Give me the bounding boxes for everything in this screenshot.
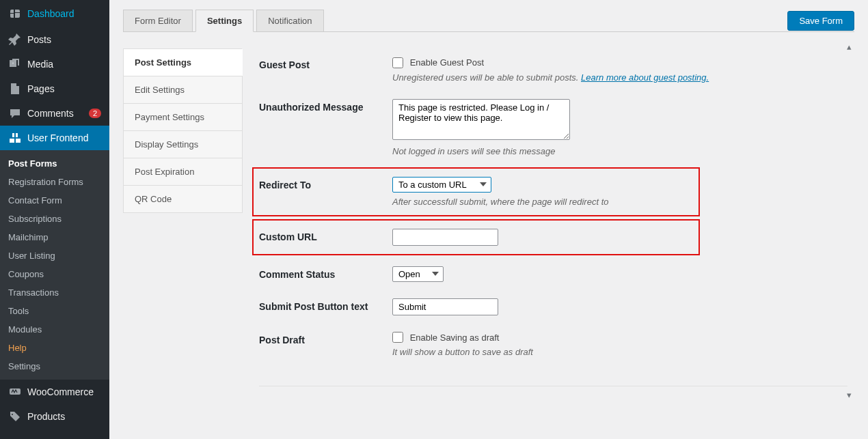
- post-draft-checkbox-label: Enable Saving as draft: [410, 332, 500, 343]
- label-unauthorized: Unauthorized Message: [259, 99, 392, 156]
- sidebar-dashboard[interactable]: Dashboard: [0, 0, 109, 27]
- row-submit-button: Submit Post Button text: [259, 290, 847, 324]
- row-post-draft: Post Draft Enable Saving as draft It wil…: [259, 324, 847, 366]
- tabs-row: Form Editor Settings Notification Save F…: [123, 0, 854, 32]
- submenu-settings[interactable]: Settings: [0, 357, 109, 376]
- field-comment-status: Open: [392, 266, 847, 282]
- dashboard-icon: [8, 7, 22, 20]
- sidebar-posts[interactable]: Posts: [0, 27, 109, 52]
- sidebar-pages-label: Pages: [27, 83, 101, 94]
- guest-post-checkbox-label: Enable Guest Post: [410, 57, 484, 68]
- sidebar-woocommerce-label: WooCommerce: [27, 386, 101, 397]
- field-redirect: To a custom URL After successfull submit…: [392, 177, 693, 207]
- tab-settings[interactable]: Settings: [195, 10, 254, 32]
- settings-subnav: Post Settings Edit Settings Payment Sett…: [123, 32, 243, 403]
- form-area: ▴ Guest Post Enable Guest Post Unregiste…: [243, 32, 854, 403]
- post-draft-checkbox[interactable]: [392, 332, 403, 343]
- media-icon: [8, 57, 22, 71]
- subnav-post-settings[interactable]: Post Settings: [123, 48, 243, 76]
- submit-button-input[interactable]: [392, 298, 498, 315]
- label-guest-post: Guest Post: [259, 57, 392, 83]
- field-submit-button: [392, 298, 847, 315]
- subnav-display-settings[interactable]: Display Settings: [123, 130, 243, 158]
- submenu-coupons[interactable]: Coupons: [0, 265, 109, 283]
- sidebar-media[interactable]: Media: [0, 52, 109, 76]
- submenu-mailchimp[interactable]: Mailchimp: [0, 228, 109, 246]
- settings-panel: Post Settings Edit Settings Payment Sett…: [123, 31, 854, 403]
- post-draft-help: It will show a button to save as draft: [392, 347, 847, 357]
- sidebar-woocommerce[interactable]: WooCommerce: [0, 380, 109, 404]
- main-content: Form Editor Settings Notification Save F…: [109, 0, 868, 439]
- row-redirect: Redirect To To a custom URL After succes…: [259, 169, 693, 215]
- page-icon: [8, 82, 22, 96]
- label-redirect: Redirect To: [259, 177, 392, 207]
- comment-icon: [8, 107, 22, 120]
- submenu-subscriptions[interactable]: Subscriptions: [0, 210, 109, 228]
- sidebar-media-label: Media: [27, 59, 101, 70]
- submenu-modules[interactable]: Modules: [0, 320, 109, 339]
- sidebar-comments[interactable]: Comments 2: [0, 101, 109, 126]
- guest-post-help: Unregistered users will be able to submi…: [392, 72, 847, 83]
- submenu-help[interactable]: Help: [0, 339, 109, 357]
- guest-post-checkbox-wrap[interactable]: Enable Guest Post: [392, 57, 484, 67]
- collapse-up-icon[interactable]: ▴: [847, 42, 852, 52]
- subnav-post-expiration[interactable]: Post Expiration: [123, 158, 243, 186]
- submenu-registration-forms[interactable]: Registration Forms: [0, 173, 109, 191]
- sidebar-submenu: Post Forms Registration Forms Contact Fo…: [0, 150, 109, 380]
- redirect-help: After successfull submit, where the page…: [392, 197, 693, 207]
- subnav-edit-settings[interactable]: Edit Settings: [123, 76, 243, 104]
- sidebar-posts-label: Posts: [27, 34, 101, 45]
- pin-icon: [8, 33, 22, 46]
- sidebar-pages[interactable]: Pages: [0, 76, 109, 101]
- row-unauthorized: Unauthorized Message This page is restri…: [259, 91, 847, 165]
- subnav-qr-code[interactable]: QR Code: [123, 185, 243, 213]
- redirect-to-select[interactable]: To a custom URL: [392, 177, 491, 193]
- sidebar-user-frontend[interactable]: User Frontend: [0, 126, 109, 150]
- comments-count-badge: 2: [89, 109, 101, 118]
- custom-url-input[interactable]: [392, 229, 498, 246]
- tab-form-editor[interactable]: Form Editor: [123, 10, 193, 32]
- unauthorized-help: Not logged in users will see this messag…: [392, 146, 847, 156]
- label-custom-url: Custom URL: [259, 229, 392, 246]
- row-custom-url: Custom URL: [259, 221, 693, 254]
- subnav-payment-settings[interactable]: Payment Settings: [123, 103, 243, 131]
- submenu-post-forms[interactable]: Post Forms: [0, 154, 109, 173]
- row-comment-status: Comment Status Open: [259, 258, 847, 290]
- row-guest-post: Guest Post Enable Guest Post Unregistere…: [259, 48, 847, 91]
- guest-post-checkbox[interactable]: [392, 57, 403, 68]
- admin-sidebar: Dashboard Posts Media Pages Comments 2 U…: [0, 0, 109, 439]
- post-draft-checkbox-wrap[interactable]: Enable Saving as draft: [392, 332, 499, 342]
- comment-status-select[interactable]: Open: [392, 266, 444, 282]
- user-frontend-icon: [8, 131, 22, 145]
- highlight-redirect: Redirect To To a custom URL After succes…: [252, 167, 700, 216]
- field-guest-post: Enable Guest Post Unregistered users wil…: [392, 57, 847, 83]
- submenu-user-listing[interactable]: User Listing: [0, 246, 109, 265]
- highlight-custom-url: Custom URL: [252, 219, 700, 255]
- collapse-down-icon[interactable]: ▾: [847, 390, 852, 400]
- submenu-tools[interactable]: Tools: [0, 302, 109, 320]
- sidebar-dashboard-label: Dashboard: [27, 8, 101, 19]
- submenu-transactions[interactable]: Transactions: [0, 283, 109, 302]
- tab-notification[interactable]: Notification: [256, 10, 323, 32]
- submenu-contact-form[interactable]: Contact Form: [0, 191, 109, 210]
- guest-post-link[interactable]: Learn more about guest posting.: [581, 72, 709, 83]
- field-custom-url: [392, 229, 693, 246]
- sidebar-user-frontend-label: User Frontend: [27, 132, 101, 143]
- guest-post-help-text: Unregistered users will be able to submi…: [392, 72, 581, 83]
- sidebar-products-label: Products: [27, 411, 101, 422]
- label-comment-status: Comment Status: [259, 266, 392, 282]
- tabs: Form Editor Settings Notification: [123, 10, 787, 32]
- field-post-draft: Enable Saving as draft It will show a bu…: [392, 332, 847, 358]
- label-submit-button: Submit Post Button text: [259, 298, 392, 315]
- field-unauthorized: This page is restricted. Please Log in /…: [392, 99, 847, 156]
- panel-divider: [259, 386, 847, 386]
- products-icon: [8, 410, 22, 423]
- sidebar-comments-label: Comments: [27, 108, 85, 119]
- woocommerce-icon: [8, 385, 22, 399]
- label-post-draft: Post Draft: [259, 332, 392, 358]
- unauthorized-textarea[interactable]: This page is restricted. Please Log in /…: [392, 99, 570, 140]
- save-form-button[interactable]: Save Form: [787, 11, 854, 31]
- sidebar-products[interactable]: Products: [0, 404, 109, 429]
